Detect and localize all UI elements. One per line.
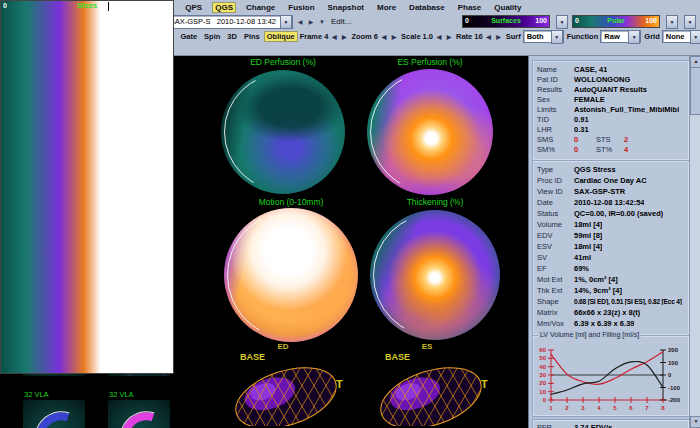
- zoom-decrement-button[interactable]: ◀: [380, 32, 388, 42]
- info-value: 2010-12-08 13:42:54: [574, 198, 644, 207]
- pfr-label: PFR: [537, 423, 574, 428]
- edit-button[interactable]: Edit...: [331, 17, 351, 26]
- info-label: Volume: [537, 220, 574, 229]
- dropdown-arrow-icon[interactable]: ▼: [556, 15, 568, 29]
- rate-stepper: Rate16◀▶: [456, 32, 503, 42]
- info-label: Date: [537, 198, 574, 207]
- grid-dropdown[interactable]: None▼: [662, 30, 700, 43]
- study-prev-button[interactable]: ◀: [296, 17, 304, 27]
- svg-text:1: 1: [549, 405, 553, 411]
- info-label: View ID: [537, 187, 574, 196]
- info-value: 14%, 9cm² [4]: [574, 286, 622, 295]
- menu-item-quality[interactable]: Quality: [492, 3, 523, 12]
- svg-text:0: 0: [543, 397, 547, 403]
- study-datetime: 2010-12-08 13:42: [217, 17, 276, 26]
- svg-text:30: 30: [539, 372, 546, 378]
- dropdown-arrow-icon[interactable]: ▼: [628, 30, 640, 44]
- info-row-thk-ext: Thk Ext14%, 9cm² [4]: [533, 285, 689, 296]
- frame-decrement-button[interactable]: ◀: [330, 32, 338, 42]
- menu-item-change[interactable]: Change: [244, 3, 277, 12]
- info-row-proc-id: Proc IDCardiac One Day AC: [533, 175, 689, 186]
- mesh-label-base: BASE: [240, 352, 265, 362]
- dropdown-arrow-icon[interactable]: ▼: [684, 15, 696, 29]
- study-next-button[interactable]: ▶: [307, 17, 315, 27]
- slice-ed-32-vla[interactable]: [23, 400, 85, 428]
- info-row-edv: EDV59ml [8]: [533, 230, 689, 241]
- lv-volume-section: LV Volume [ml] and Filling [ml/s] 010203…: [532, 335, 690, 417]
- surf-dropdown[interactable]: Both▼: [523, 30, 564, 43]
- dropdown-arrow-icon[interactable]: ▼: [690, 30, 700, 44]
- rate-increment-button[interactable]: ▶: [495, 32, 503, 42]
- toolbar-button-3d[interactable]: 3D: [225, 32, 239, 41]
- info-row-sms: SMS0STS2: [533, 134, 689, 144]
- polar-map-motion[interactable]: [224, 208, 358, 342]
- function-control: FunctionRaw▼: [567, 30, 642, 43]
- rate-stepper-label: Rate: [456, 32, 472, 41]
- info-row-lhr: LHR0.31: [533, 124, 689, 134]
- dropdown-arrow-icon[interactable]: ▼: [666, 15, 678, 29]
- toolbar-button-oblique[interactable]: Oblique: [265, 32, 297, 41]
- info-label: Pat ID: [537, 75, 574, 84]
- polar-map-ed-perfusion[interactable]: [221, 70, 345, 194]
- menu-item-snapshot[interactable]: Snapshot: [326, 3, 366, 12]
- polar-map-thickening[interactable]: [370, 210, 500, 340]
- function-dropdown[interactable]: Raw▼: [600, 30, 641, 43]
- info-label: SM%: [537, 145, 574, 154]
- toolbar-button-spin[interactable]: Spin: [202, 32, 222, 41]
- mesh-3d-es[interactable]: BASEANTSEPTL: [347, 352, 507, 428]
- scrollbar[interactable]: ▲ ▼: [689, 56, 700, 428]
- menu-item-fusion[interactable]: Fusion: [286, 3, 316, 12]
- surf-control: SurfBoth▼: [506, 30, 564, 43]
- svg-text:5: 5: [613, 405, 617, 411]
- svg-text:3: 3: [581, 405, 585, 411]
- info-label: SMS: [537, 135, 574, 144]
- dropdown-arrow-icon[interactable]: ▼: [551, 30, 563, 44]
- info-label: Limits: [537, 105, 574, 114]
- mesh-3d-ed[interactable]: BASEANTSEPT: [202, 352, 362, 428]
- info-value: 0: [574, 135, 596, 144]
- info-value: 0: [574, 145, 596, 154]
- surf-dropdown-value: Both: [527, 32, 549, 41]
- study-info-section: TypeQGS StressProc IDCardiac One Day ACV…: [532, 160, 690, 336]
- info-label: TID: [537, 115, 574, 124]
- frame-increment-button[interactable]: ▶: [340, 32, 348, 42]
- info-value: QC=0.00, IR=0.00 (saved): [574, 209, 663, 218]
- scrollbar-thumb[interactable]: [690, 67, 700, 115]
- menu-item-phase[interactable]: Phase: [456, 3, 484, 12]
- slice-row-32-vla: 32 VLA32 VLA: [0, 400, 172, 428]
- info-row-esv: ESV18ml [4]: [533, 241, 689, 252]
- rate-decrement-button[interactable]: ◀: [485, 32, 493, 42]
- slice-row-label: 32 VLA: [24, 390, 49, 399]
- scroll-down-icon[interactable]: ▼: [690, 416, 700, 428]
- colorbar-surfaces[interactable]: 0Surfaces100: [462, 15, 550, 28]
- polar-map-title-motion: Motion (0-10mm): [259, 197, 324, 207]
- pfr-section: PFR 3.74 EDV/s: [532, 419, 690, 428]
- wireframe-mesh: [361, 364, 501, 426]
- info-label: Thk Ext: [537, 286, 574, 295]
- menu-item-qps[interactable]: QPS: [183, 3, 204, 12]
- info-label: Name: [537, 65, 574, 74]
- info-value: 18ml [4]: [574, 220, 602, 229]
- dropdown-arrow-icon[interactable]: ▼: [280, 15, 292, 29]
- menu-item-database[interactable]: Database: [407, 3, 447, 12]
- wireframe-mesh: [216, 364, 356, 426]
- colorbar-group: 0Surfaces100▼0Polar100▼0Slices▼: [462, 15, 698, 29]
- toolbar-button-gate[interactable]: Gate: [178, 32, 199, 41]
- colorbar-polar[interactable]: 0Polar100: [572, 15, 660, 28]
- study-menu-button[interactable]: ▼: [318, 17, 326, 27]
- info-row-results: ResultsAutoQUANT Results: [533, 84, 689, 94]
- colorbar-slices[interactable]: 0Slices: [0, 0, 174, 374]
- info-row-date: Date2010-12-08 13:42:54: [533, 197, 689, 208]
- study-selector-row: CASE, 41 ▼ ◀ ▶ Cardiac One Day / SAX-GSP…: [0, 13, 700, 28]
- menu-item-qgs[interactable]: QGS: [213, 3, 235, 12]
- menu-item-more[interactable]: More: [375, 3, 398, 12]
- info-row-mm-vox: Mm/Vox6.39 x 6.39 x 6.39: [533, 318, 689, 329]
- polar-map-es-perfusion[interactable]: [367, 69, 493, 195]
- scale-increment-button[interactable]: ▶: [445, 32, 453, 42]
- zoom-increment-button[interactable]: ▶: [390, 32, 398, 42]
- info-value: 41ml: [574, 253, 591, 262]
- info-row-limits: LimitsAstonish_Full_Time_MibiMibi: [533, 104, 689, 114]
- scale-decrement-button[interactable]: ◀: [435, 32, 443, 42]
- slice-es-32-vla[interactable]: [108, 400, 170, 428]
- toolbar-button-pins[interactable]: Pins: [242, 32, 262, 41]
